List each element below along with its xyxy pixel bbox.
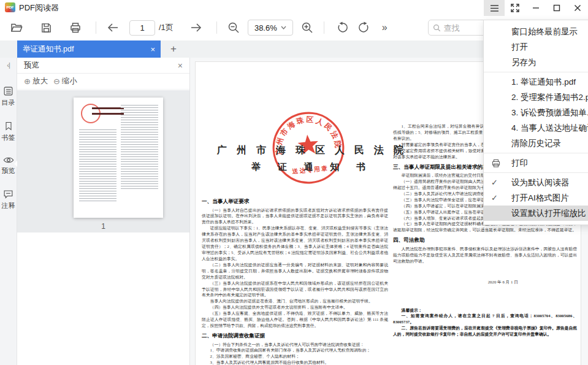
minimize-icon bbox=[532, 4, 540, 12]
menu-item[interactable]: 清除历史记录 bbox=[484, 136, 588, 151]
menu-item[interactable]: 窗口始终最前显示 bbox=[484, 24, 588, 39]
toolbar-divider bbox=[96, 21, 96, 34]
print-button[interactable] bbox=[69, 21, 82, 34]
document-paragraph: 二、原告若胜诉需要退受理费的，应在开庭前提交《受理费非税电子票据》复印件。原告是… bbox=[393, 325, 577, 337]
document-paragraph: 温馨提示： bbox=[393, 307, 577, 313]
thumbnail-strip: 1 bbox=[17, 90, 189, 232]
page-number-input[interactable] bbox=[129, 20, 155, 36]
sidebar-item-label: 书签 bbox=[2, 133, 15, 142]
notice-title: 举 证 通 知 书 bbox=[211, 161, 413, 173]
toolbar-divider bbox=[216, 21, 217, 34]
bookmark-icon bbox=[4, 121, 13, 131]
open-file-button[interactable] bbox=[10, 21, 23, 34]
app-menu: 窗口始终最前显示 打开 另存为 1. 举证通知书.pdf 2. 受理 bbox=[483, 20, 588, 225]
save-button[interactable] bbox=[39, 21, 53, 34]
zoom-out-button[interactable] bbox=[227, 21, 240, 34]
maximize-button[interactable] bbox=[546, 0, 567, 16]
sidebar-item-preview[interactable]: 预览 bbox=[0, 156, 17, 175]
fullscreen-button[interactable] bbox=[505, 0, 525, 16]
thumbnail-text-lines bbox=[121, 105, 158, 191]
menu-item[interactable]: 另存为 bbox=[484, 55, 588, 70]
court-name: 广 州 市 海 珠 区 人 民 法 院 bbox=[211, 144, 413, 157]
menu-item-label: 清除历史记录 bbox=[511, 138, 561, 149]
prev-page-button[interactable] bbox=[106, 21, 120, 34]
menu-hamburger-button[interactable] bbox=[484, 0, 505, 16]
sidebar-item-annotations[interactable]: 注释 bbox=[0, 189, 17, 210]
more-tools-button[interactable]: » bbox=[382, 22, 388, 33]
thumb-zoom-out-icon[interactable]: ⊖ bbox=[53, 77, 60, 86]
menu-item-label: 4. 当事人送达地址确认书 bbox=[511, 123, 588, 134]
eye-icon bbox=[3, 156, 14, 164]
rotate-cw-icon bbox=[358, 21, 370, 34]
magnifier-plus-icon bbox=[301, 21, 313, 34]
preview-close-icon[interactable]: × bbox=[178, 61, 183, 71]
search-icon bbox=[433, 24, 441, 32]
sidebar-item-bookmarks[interactable]: 书签 bbox=[0, 121, 17, 142]
magnifier-minus-icon bbox=[227, 21, 240, 34]
thumb-zoom-out-button[interactable]: 缩小 bbox=[62, 76, 77, 86]
sidebar-item-toc[interactable]: 目录 bbox=[0, 86, 17, 107]
menu-item[interactable]: 3. 诉讼费预缴通知单.pdf bbox=[484, 105, 588, 120]
arrow-right-icon bbox=[190, 23, 202, 33]
menu-item[interactable]: 2. 受理案件通知书2.pdf bbox=[484, 90, 588, 105]
close-icon bbox=[574, 4, 581, 12]
menu-item-label: 另存为 bbox=[511, 57, 536, 68]
check-icon: ✓ bbox=[491, 193, 503, 202]
check-icon: ✓ bbox=[491, 178, 503, 187]
sidebar-collapse-button[interactable]: ‹| bbox=[0, 58, 17, 72]
document-paragraph: 1、申请调查收集的证据由国家有关部门保存，当事人及其诉讼代理人无权查阅调取的； bbox=[202, 347, 388, 353]
sidebar-item-label: 注释 bbox=[2, 201, 15, 210]
hamburger-icon bbox=[490, 4, 499, 12]
menu-item[interactable]: 4. 当事人送达地址确认书 bbox=[484, 120, 588, 136]
menu-item[interactable]: 打开 bbox=[484, 39, 588, 55]
sidebar-item-label: 预览 bbox=[2, 166, 15, 175]
tab-document[interactable]: 举证通知书.pdf × bbox=[17, 40, 161, 58]
folder-open-icon bbox=[10, 21, 23, 34]
menu-item-label: 打开AI格式图片 bbox=[511, 193, 569, 204]
menu-item[interactable]: ✓ 打开AI格式图片 bbox=[484, 190, 588, 206]
window-controls bbox=[484, 0, 588, 16]
thumb-zoom-in-icon[interactable]: ⊕ bbox=[24, 77, 31, 86]
save-icon bbox=[40, 22, 52, 34]
toolbar-divider bbox=[324, 21, 324, 34]
menu-item-label: 设为默认阅读器 bbox=[511, 177, 570, 188]
menu-item-label: 打印 bbox=[511, 158, 528, 169]
page-total-label: /1页 bbox=[159, 22, 174, 33]
tab-close-icon[interactable]: × bbox=[150, 45, 155, 54]
menu-item[interactable]: 打印 bbox=[484, 155, 588, 171]
menu-item[interactable]: ✓ 设为默认阅读器 bbox=[484, 175, 588, 190]
document-paragraph: （二）当事人向法院提供的证据应当逐一分类编号，对证据材料的来源、证明对象和内容简… bbox=[202, 262, 388, 280]
rotate-right-button[interactable] bbox=[357, 21, 371, 34]
menu-item-label: 2. 受理案件通知书2.pdf bbox=[511, 92, 588, 103]
zoom-in-button[interactable] bbox=[300, 21, 314, 34]
thumbnail-text-lines bbox=[79, 129, 116, 202]
menu-item bbox=[484, 153, 588, 153]
menu-item-label: 1. 举证通知书.pdf bbox=[511, 77, 576, 88]
chevron-down-icon bbox=[281, 26, 286, 29]
document-paragraph: （五）当事人应客观、全面地提供证据，不得伪造、毁灭证据，不得以暴力、威胁、贿买等… bbox=[202, 310, 388, 329]
new-tab-button[interactable]: + bbox=[167, 42, 180, 56]
document-paragraph: 3、当事人及其诉讼代理人因客观原因不能自行收集的其他材料。 bbox=[202, 359, 388, 365]
page-thumbnail[interactable] bbox=[74, 98, 163, 218]
menu-item-label: 3. 诉讼费预缴通知单.pdf bbox=[511, 107, 588, 118]
document-paragraph: （一）当事人对自己提出的诉讼请求所依据的事实或者反驳对方诉讼请求所依据的事实有责… bbox=[202, 207, 388, 226]
document-paragraph: 当事人向法院提供的证据是在香港、澳门、台湾地区形成的，应当履行相关的证明手续。 bbox=[202, 298, 388, 304]
document-paragraph: （三）当事人向法院提供的证据系在中华人民共和国领域外形成的，该证据应经所在国公证… bbox=[202, 280, 388, 299]
menu-item[interactable]: 1. 举证通知书.pdf bbox=[484, 74, 588, 90]
document-paragraph: （一）符合下列条件之一的，当事人及诉讼代理人可以书面申请法院调查收集证据： bbox=[202, 342, 388, 348]
minimize-button[interactable] bbox=[525, 0, 546, 16]
expand-icon bbox=[511, 4, 519, 12]
rotate-left-button[interactable] bbox=[335, 21, 349, 34]
next-page-button[interactable] bbox=[189, 21, 203, 34]
thumb-zoom-in-button[interactable]: 放大 bbox=[32, 76, 48, 86]
preview-panel: 预览 × ⊕ 放大 ⊖ 缩小 1 bbox=[17, 58, 190, 365]
comment-icon bbox=[3, 189, 13, 199]
toc-icon bbox=[3, 86, 13, 96]
menu-item[interactable]: 设置默认打开缩放比 bbox=[484, 206, 588, 221]
document-paragraph: 2020 年 6 月 1 日 bbox=[393, 279, 577, 285]
zoom-level-select[interactable]: 38.6% bbox=[248, 20, 293, 36]
rotate-ccw-icon bbox=[336, 21, 348, 34]
document-paragraph: （四）当事人向法院提供外文书证或者外文说明资料，应当附有中文译本。 bbox=[202, 304, 388, 310]
close-button[interactable] bbox=[567, 0, 588, 16]
document-paragraph: 二、申请法院调查收集证据 bbox=[202, 332, 388, 340]
